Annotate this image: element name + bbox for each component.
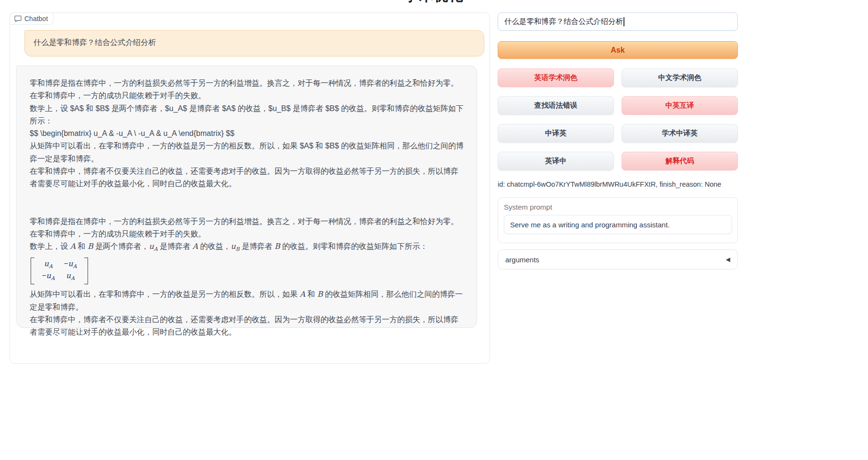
bot-paragraph: 数学上，设 $A$ 和 $B$ 是两个博弈者，$u_A$ 是博弈者 $A$ 的收… — [30, 102, 464, 128]
payoff-matrix: uA−uA−uAuA — [31, 258, 88, 284]
quick-action-button[interactable]: 中译英 — [498, 124, 614, 143]
quick-action-button[interactable]: 英译中 — [498, 152, 614, 170]
response-status-line: id: chatcmpl-6wOo7KrYTwMl89lbrMWRu4UkFFX… — [498, 180, 738, 188]
ask-button-row: Ask — [498, 41, 738, 59]
bot-paragraph: 零和博弈是指在博弈中，一方的利益损失必然等于另一方的利益增益。换言之，对于每一种… — [30, 77, 464, 102]
matrix-left-bracket — [31, 258, 34, 284]
matrix-row: uA−uA — [37, 259, 81, 271]
quick-action-button[interactable]: 学术中译英 — [622, 124, 738, 143]
system-prompt-label: System prompt — [504, 203, 732, 211]
bot-paragraph-math: 从矩阵中可以看出，在零和博弈中，一方的收益是另一方的相反数。所以，如果 A 和 … — [30, 288, 464, 314]
quick-action-grid: 英语学术润色中文学术润色查找语法错误中英互译中译英学术中译英英译中解释代码 — [498, 68, 738, 170]
bot-paragraph-math: 数学上，设 A 和 B 是两个博弈者，uA 是博弈者 A 的收益，uB 是博弈者… — [30, 240, 464, 256]
bot-paragraph: 从矩阵中可以看出，在零和博弈中，一方的收益是另一方的相反数。所以，如果 $A$ … — [30, 140, 464, 165]
matrix-right-bracket — [84, 258, 88, 284]
bot-paragraph: 零和博弈是指在博弈中，一方的利益损失必然等于另一方的利益增益。换言之，对于每一种… — [30, 215, 464, 241]
matrix-cell: −uA — [59, 259, 81, 271]
arguments-accordion[interactable]: arguments ◀ — [498, 249, 738, 269]
quick-action-button[interactable]: 英语学术润色 — [498, 68, 614, 87]
quick-action-button[interactable]: 查找语法错误 — [498, 96, 614, 115]
matrix-cell: uA — [37, 259, 59, 271]
bot-rendered-block: 零和博弈是指在博弈中，一方的利益损失必然等于另一方的利益增益。换言之，对于每一种… — [30, 215, 464, 339]
chatbot-label-text: Chatbot — [24, 15, 48, 22]
matrix-cell: uA — [59, 271, 81, 283]
user-message-bubble: 什么是零和博弈？结合公式介绍分析 — [24, 30, 484, 56]
matrix-cell: −uA — [37, 271, 59, 283]
arguments-accordion-label: arguments — [505, 256, 539, 264]
system-prompt-value: Serve me as a writing and programming as… — [510, 221, 669, 229]
chatbot-panel: Chatbot 什么是零和博弈？结合公式介绍分析 零和博弈是指在博弈中，一方的利… — [10, 12, 490, 364]
bot-paragraph: 在零和博弈中，博弈者不仅要关注自己的收益，还需要考虑对手的收益。因为一方取得的收… — [30, 314, 464, 339]
bot-paragraph: 在零和博弈中，博弈者不仅要关注自己的收益，还需要考虑对手的收益。因为一方取得的收… — [30, 165, 464, 191]
quick-action-button[interactable]: 中英互译 — [622, 96, 738, 115]
system-prompt-input[interactable]: Serve me as a writing and programming as… — [504, 215, 732, 234]
question-input[interactable]: 什么是零和博弈？结合公式介绍分析 — [498, 12, 738, 31]
quick-action-button[interactable]: 解释代码 — [622, 152, 738, 170]
page-title-clipped: 学术优化 — [0, 0, 868, 4]
page-title-text: 学术优化 — [0, 0, 868, 4]
bot-raw-latex-block: 零和博弈是指在博弈中，一方的利益损失必然等于另一方的利益增益。换言之，对于每一种… — [30, 77, 464, 191]
question-input-value: 什么是零和博弈？结合公式介绍分析 — [504, 17, 623, 27]
text-cursor — [623, 17, 624, 26]
chat-bubble-icon — [14, 15, 22, 22]
accordion-collapse-arrow-icon: ◀ — [726, 256, 730, 263]
bot-latex-source-line: $$ \begin{bmatrix} u_A & -u_A \ -u_A & u… — [30, 127, 464, 140]
chatbot-label: Chatbot — [10, 12, 54, 25]
system-prompt-group: System prompt Serve me as a writing and … — [498, 197, 738, 243]
quick-action-button[interactable]: 中文学术润色 — [622, 68, 738, 87]
user-message-text: 什么是零和博弈？结合公式介绍分析 — [33, 38, 156, 46]
matrix-body: uA−uA−uAuA — [34, 258, 84, 284]
bot-message-bubble: 零和博弈是指在博弈中，一方的利益损失必然等于另一方的利益增益。换言之，对于每一种… — [16, 66, 477, 328]
ask-button[interactable]: Ask — [498, 41, 738, 59]
matrix-row: −uAuA — [37, 271, 81, 283]
